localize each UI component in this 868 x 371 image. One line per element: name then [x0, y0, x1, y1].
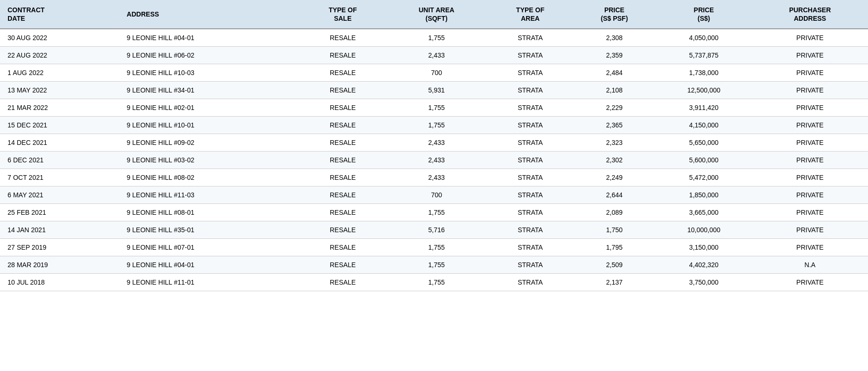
- cell-price-psf: 2,302: [573, 152, 656, 169]
- table-row: 6 MAY 20219 LEONIE HILL #11-03RESALE700S…: [0, 186, 868, 204]
- col-header-type-of-sale: TYPE OFSALE: [300, 0, 385, 29]
- cell-purchaser-address: PRIVATE: [752, 204, 868, 221]
- cell-unit-area: 1,755: [385, 204, 488, 221]
- cell-address: 9 LEONIE HILL #34-01: [119, 82, 300, 99]
- cell-type-of-sale: RESALE: [300, 82, 385, 99]
- cell-purchaser-address: PRIVATE: [752, 169, 868, 186]
- cell-address: 9 LEONIE HILL #07-01: [119, 239, 300, 256]
- cell-price: 1,738,000: [656, 64, 752, 82]
- cell-type-of-sale: RESALE: [300, 152, 385, 169]
- cell-contract-date: 27 SEP 2019: [0, 239, 119, 256]
- cell-unit-area: 1,755: [385, 29, 488, 47]
- cell-type-of-area: STRATA: [488, 47, 573, 64]
- cell-type-of-area: STRATA: [488, 152, 573, 169]
- cell-type-of-sale: RESALE: [300, 274, 385, 291]
- cell-contract-date: 28 MAR 2019: [0, 256, 119, 274]
- cell-address: 9 LEONIE HILL #02-01: [119, 99, 300, 117]
- cell-price-psf: 2,137: [573, 274, 656, 291]
- table-row: 30 AUG 20229 LEONIE HILL #04-01RESALE1,7…: [0, 29, 868, 47]
- cell-type-of-area: STRATA: [488, 82, 573, 99]
- cell-price: 5,650,000: [656, 134, 752, 152]
- cell-price-psf: 2,089: [573, 204, 656, 221]
- cell-type-of-area: STRATA: [488, 134, 573, 152]
- cell-purchaser-address: PRIVATE: [752, 221, 868, 239]
- cell-price: 3,150,000: [656, 239, 752, 256]
- cell-purchaser-address: N.A: [752, 256, 868, 274]
- cell-contract-date: 30 AUG 2022: [0, 29, 119, 47]
- cell-purchaser-address: PRIVATE: [752, 239, 868, 256]
- cell-unit-area: 700: [385, 186, 488, 204]
- col-header-unit-area: UNIT AREA(SQFT): [385, 0, 488, 29]
- table-row: 25 FEB 20219 LEONIE HILL #08-01RESALE1,7…: [0, 204, 868, 221]
- cell-contract-date: 6 MAY 2021: [0, 186, 119, 204]
- col-header-address: ADDRESS: [119, 0, 300, 29]
- table-row: 1 AUG 20229 LEONIE HILL #10-03RESALE700S…: [0, 64, 868, 82]
- cell-price-psf: 2,323: [573, 134, 656, 152]
- cell-unit-area: 1,755: [385, 239, 488, 256]
- cell-purchaser-address: PRIVATE: [752, 64, 868, 82]
- cell-unit-area: 700: [385, 64, 488, 82]
- cell-address: 9 LEONIE HILL #04-01: [119, 256, 300, 274]
- table-row: 6 DEC 20219 LEONIE HILL #03-02RESALE2,43…: [0, 152, 868, 169]
- cell-price: 5,472,000: [656, 169, 752, 186]
- cell-type-of-sale: RESALE: [300, 99, 385, 117]
- cell-address: 9 LEONIE HILL #10-03: [119, 64, 300, 82]
- cell-contract-date: 14 DEC 2021: [0, 134, 119, 152]
- cell-address: 9 LEONIE HILL #10-01: [119, 117, 300, 134]
- table-row: 15 DEC 20219 LEONIE HILL #10-01RESALE1,7…: [0, 117, 868, 134]
- table-row: 21 MAR 20229 LEONIE HILL #02-01RESALE1,7…: [0, 99, 868, 117]
- cell-unit-area: 5,931: [385, 82, 488, 99]
- cell-price: 5,737,875: [656, 47, 752, 64]
- cell-contract-date: 1 AUG 2022: [0, 64, 119, 82]
- cell-address: 9 LEONIE HILL #08-02: [119, 169, 300, 186]
- cell-type-of-sale: RESALE: [300, 117, 385, 134]
- cell-price-psf: 2,509: [573, 256, 656, 274]
- cell-price-psf: 1,795: [573, 239, 656, 256]
- cell-type-of-sale: RESALE: [300, 169, 385, 186]
- cell-price: 3,665,000: [656, 204, 752, 221]
- cell-type-of-sale: RESALE: [300, 239, 385, 256]
- cell-price-psf: 2,229: [573, 99, 656, 117]
- cell-type-of-area: STRATA: [488, 204, 573, 221]
- table-row: 22 AUG 20229 LEONIE HILL #06-02RESALE2,4…: [0, 47, 868, 64]
- cell-contract-date: 10 JUL 2018: [0, 274, 119, 291]
- cell-address: 9 LEONIE HILL #08-01: [119, 204, 300, 221]
- cell-price: 5,600,000: [656, 152, 752, 169]
- cell-contract-date: 14 JAN 2021: [0, 221, 119, 239]
- col-header-price: PRICE(S$): [656, 0, 752, 29]
- cell-purchaser-address: PRIVATE: [752, 99, 868, 117]
- cell-price: 4,150,000: [656, 117, 752, 134]
- cell-price-psf: 2,308: [573, 29, 656, 47]
- cell-price-psf: 2,108: [573, 82, 656, 99]
- cell-price-psf: 2,365: [573, 117, 656, 134]
- cell-contract-date: 22 AUG 2022: [0, 47, 119, 64]
- cell-type-of-area: STRATA: [488, 239, 573, 256]
- table-row: 14 JAN 20219 LEONIE HILL #35-01RESALE5,7…: [0, 221, 868, 239]
- cell-price: 10,000,000: [656, 221, 752, 239]
- cell-price-psf: 2,644: [573, 186, 656, 204]
- cell-type-of-area: STRATA: [488, 221, 573, 239]
- cell-type-of-area: STRATA: [488, 169, 573, 186]
- col-header-purchaser-address: PURCHASERADDRESS: [752, 0, 868, 29]
- cell-type-of-sale: RESALE: [300, 29, 385, 47]
- cell-type-of-area: STRATA: [488, 29, 573, 47]
- cell-contract-date: 15 DEC 2021: [0, 117, 119, 134]
- cell-type-of-area: STRATA: [488, 99, 573, 117]
- cell-price: 1,850,000: [656, 186, 752, 204]
- cell-address: 9 LEONIE HILL #09-02: [119, 134, 300, 152]
- cell-type-of-sale: RESALE: [300, 186, 385, 204]
- cell-type-of-sale: RESALE: [300, 47, 385, 64]
- cell-type-of-sale: RESALE: [300, 64, 385, 82]
- cell-contract-date: 13 MAY 2022: [0, 82, 119, 99]
- cell-purchaser-address: PRIVATE: [752, 186, 868, 204]
- cell-price-psf: 1,750: [573, 221, 656, 239]
- cell-price-psf: 2,249: [573, 169, 656, 186]
- cell-unit-area: 2,433: [385, 47, 488, 64]
- cell-purchaser-address: PRIVATE: [752, 134, 868, 152]
- cell-type-of-area: STRATA: [488, 186, 573, 204]
- cell-address: 9 LEONIE HILL #03-02: [119, 152, 300, 169]
- cell-purchaser-address: PRIVATE: [752, 152, 868, 169]
- cell-purchaser-address: PRIVATE: [752, 274, 868, 291]
- table-header-row: CONTRACTDATE ADDRESS TYPE OFSALE UNIT AR…: [0, 0, 868, 29]
- table-row: 10 JUL 20189 LEONIE HILL #11-01RESALE1,7…: [0, 274, 868, 291]
